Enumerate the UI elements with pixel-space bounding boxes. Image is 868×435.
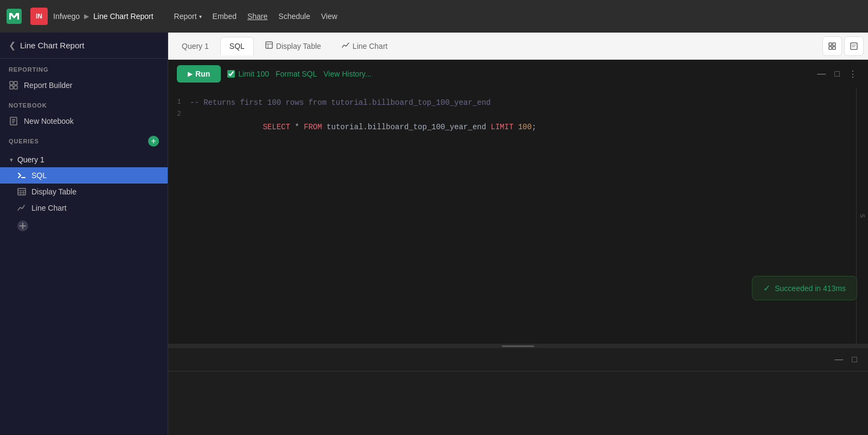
line-num-1: 1 [168,97,190,108]
bottom-panel: — □ [168,348,868,435]
breadcrumb: Infwego ▶ Line Chart Report [53,12,154,21]
nav-embed[interactable]: Embed [208,10,241,23]
svg-rect-1 [10,81,13,85]
code-table-name: tutorial.billboard_top_100_year_end [322,123,491,131]
toast-check-icon: ✓ [763,283,770,293]
code-line2-content: SELECT * FROM tutorial.billboard_top_100… [190,109,537,145]
queries-label: QUERIES [9,138,39,144]
app-logo-m [7,9,22,24]
queries-header: QUERIES + [0,130,168,150]
tab-sql[interactable]: SQL [220,37,254,55]
minimize-button[interactable]: — [815,67,828,81]
svg-rect-10 [18,188,25,195]
svg-rect-4 [14,86,17,89]
limit-checkbox-label[interactable]: Limit 100 [227,70,269,78]
reporting-section-label: REPORTING [0,59,168,76]
line-chart-label: Line Chart [31,204,67,212]
code-editor[interactable]: 1 -- Returns first 100 rows from tutoria… [168,88,856,344]
topbar-nav: Report ▾ Embed Share Schedule View [170,10,342,23]
nav-share[interactable]: Share [243,10,272,23]
sidebar: ❮ Line Chart Report REPORTING Report Bui… [0,33,168,435]
tab-display-table[interactable]: Display Table [256,36,330,55]
success-toast: ✓ Succeeded in 413ms [752,276,856,300]
line-num-2: 2 [168,109,190,120]
nav-report[interactable]: Report ▾ [170,10,206,23]
add-visualization-button[interactable] [0,216,168,236]
code-line-1: 1 -- Returns first 100 rows from tutoria… [168,97,856,109]
svg-rect-3 [10,86,13,89]
report-name: Line Chart Report [93,12,154,21]
display-table-label: Display Table [31,187,76,196]
add-query-button[interactable]: + [148,136,159,147]
more-options-button[interactable]: ⋮ [846,67,859,81]
right-panel-label: S [859,214,865,218]
notebook-icon [9,116,18,126]
add-viz-icon [17,220,28,231]
svg-rect-2 [14,81,17,85]
bottom-content-area [168,371,868,435]
report-builder-icon [9,80,18,90]
sql-label: SQL [31,171,47,180]
svg-rect-22 [829,47,832,49]
topbar: IN Infwego ▶ Line Chart Report Report ▾ … [0,0,868,33]
tab-extra-buttons [822,36,864,56]
sql-toolbar: ▶ Run Limit 100 Format SQL View History.… [168,60,868,88]
right-hint-panel: S [856,88,868,344]
sidebar-item-new-notebook[interactable]: New Notebook [0,112,168,130]
keyword-limit: LIMIT [491,123,514,131]
svg-rect-20 [829,43,832,46]
bottom-minimize-button[interactable]: — [832,352,845,367]
notebook-section-label: NOTEBOOK [0,94,168,112]
sql-icon [17,171,26,180]
new-notebook-label: New Notebook [24,117,74,125]
tab-query1-label: Query 1 [182,42,209,51]
svg-rect-23 [833,47,835,49]
svg-rect-21 [833,43,835,46]
line-chart-icon [17,204,26,212]
tab-query1[interactable]: Query 1 [173,37,218,55]
sidebar-item-sql[interactable]: SQL [0,167,168,184]
toolbar-right: — □ ⋮ [815,67,859,81]
tab-line-chart[interactable]: Line Chart [333,36,397,55]
tab-viz1-button[interactable] [822,36,842,56]
svg-rect-24 [851,43,857,49]
sidebar-title: Line Chart Report [20,41,84,50]
resize-dots [502,345,534,347]
toast-message: Succeeded in 413ms [775,284,846,293]
limit-checkbox[interactable] [227,70,235,78]
nav-view[interactable]: View [317,10,342,23]
tab-viz2-button[interactable] [844,36,864,56]
bottom-panel-toolbar: — □ [168,348,868,371]
user-avatar: IN [30,8,48,25]
svg-rect-17 [266,42,272,48]
main-layout: ❮ Line Chart Report REPORTING Report Bui… [0,33,868,435]
sidebar-collapse-button[interactable]: ❮ [9,40,16,51]
sidebar-item-line-chart[interactable]: Line Chart [0,200,168,216]
tab-display-table-label: Display Table [276,42,321,51]
nav-schedule[interactable]: Schedule [274,10,314,23]
query-tree: ▼ Query 1 SQL Display Table Line Chart [0,150,168,238]
org-name[interactable]: Infwego [53,12,80,21]
query1-parent[interactable]: ▼ Query 1 [0,152,168,167]
sql-editor-main: 1 -- Returns first 100 rows from tutoria… [168,88,856,344]
view-history-button[interactable]: View History... [323,70,371,78]
sidebar-item-display-table[interactable]: Display Table [0,184,168,200]
run-button[interactable]: ▶ Run [177,65,221,83]
report-builder-label: Report Builder [24,81,73,90]
code-line-2: 2 SELECT * FROM tutorial.billboard_top_1… [168,109,856,145]
limit-label: Limit 100 [238,70,269,78]
bottom-maximize-button[interactable]: □ [850,352,859,367]
code-comment-1: -- Returns first 100 rows from tutorial.… [190,97,491,109]
code-star: * [290,123,304,131]
display-table-icon [17,187,26,196]
resize-handle[interactable] [168,344,868,348]
keyword-select: SELECT [263,123,290,131]
maximize-button[interactable]: □ [832,67,842,81]
sidebar-item-report-builder[interactable]: Report Builder [0,76,168,94]
query1-chevron: ▼ [9,157,14,163]
tab-sql-label: SQL [229,42,245,51]
format-sql-button[interactable]: Format SQL [276,70,317,78]
tabs-bar: Query 1 SQL Display Table Line Chart [168,33,868,60]
run-icon: ▶ [188,71,192,78]
sql-panel: ▶ Run Limit 100 Format SQL View History.… [168,60,868,435]
